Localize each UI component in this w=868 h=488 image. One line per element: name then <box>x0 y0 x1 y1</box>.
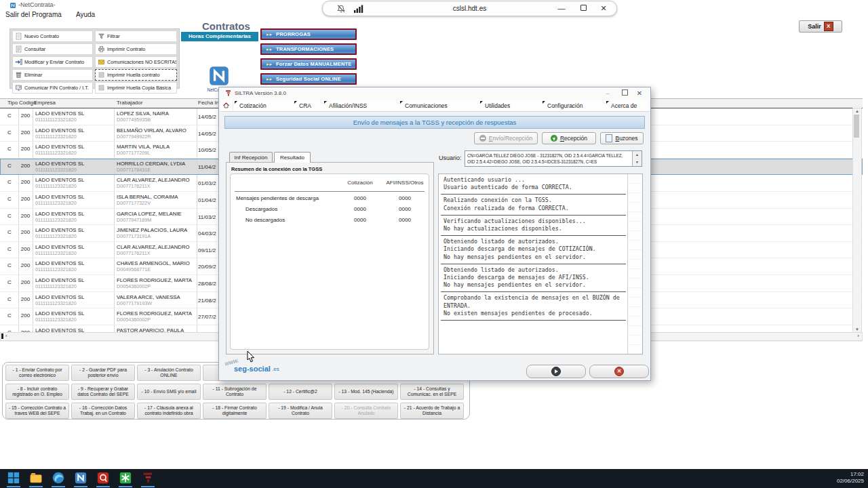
remote-minimize-button[interactable]: — <box>555 3 568 14</box>
summary-row: Mensajes pendientes de descarga 0000 000… <box>231 195 429 205</box>
trabajador-name: CHAVES ARMENGOL, MARIO <box>117 260 190 266</box>
siltra-menu-item[interactable]: Utilidades <box>479 100 541 111</box>
menu-ayuda[interactable]: Ayuda <box>76 11 95 18</box>
action-icon <box>98 45 105 53</box>
empresa-code: 0111111123321820 <box>35 117 84 123</box>
toolbar-button[interactable]: - 1 - Enviar Contrato por correo electró… <box>5 365 69 381</box>
toolbar-button[interactable]: - 13 - Mod. 145 (Hacienda) <box>334 384 398 400</box>
empresa-name: LADO EVENTOS SL <box>35 110 84 117</box>
action-icon <box>98 58 105 66</box>
accept-button[interactable] <box>526 365 586 378</box>
action-button[interactable]: Modificar y Enviar Contrato <box>12 56 93 68</box>
buzones-button[interactable]: Buzones <box>600 132 644 144</box>
salir-button[interactable]: Salir X <box>799 20 842 33</box>
trabajador-id: D0077949922R <box>117 134 186 140</box>
quick-action-button[interactable]: ▸▸ Forzar Datos MANUALMENTE <box>260 58 357 70</box>
cancel-x-icon: ✕ <box>614 367 624 376</box>
toolbar-button[interactable]: - 2 - Guardar PDF para posterior envío <box>71 365 135 381</box>
quick-action-button[interactable]: ▸▸ Seguridad Social ONLINE <box>260 73 357 85</box>
close-dialog-button[interactable]: ✕ <box>589 365 649 378</box>
toolbar-button[interactable]: - 21 - Acuerdo de Trabajo a Distancia <box>400 403 464 419</box>
trabajador-name: HORRILLO CERDAN, LYDIA <box>117 161 185 167</box>
scroll-up-icon: ▲ <box>853 109 861 113</box>
toolbar-button[interactable]: - 8 - Incluir contrato registrado en O. … <box>5 384 69 400</box>
taskbar-clock[interactable]: 17:02 02/06/2025 <box>837 471 864 485</box>
action-icon <box>15 33 22 40</box>
log-scrollbar[interactable] <box>627 174 642 354</box>
remote-connection-bar[interactable]: cslsl.hdt.es — ✕ <box>322 1 617 16</box>
siltra-minimize-button[interactable]: – <box>600 88 615 99</box>
action-button[interactable]: Nuevo Contrato <box>12 30 93 42</box>
siltra-menu-item[interactable]: Comunicaciones <box>399 100 479 111</box>
double-arrow-icon: ▸▸ <box>267 77 273 82</box>
toolbar-button[interactable]: - 15 - Corrección Contrato a traves WEB … <box>5 403 69 419</box>
action-button[interactable]: Comunicaciones NO ESCRITAS <box>95 56 177 68</box>
empresa-name: LADO EVENTOS SL <box>35 161 84 167</box>
scroll-down-icon: ▼ <box>853 327 861 331</box>
trabajador-id: D0077176211X <box>117 250 190 256</box>
trabajador-id: D0077176211X <box>117 183 190 189</box>
toolbar-button[interactable]: - 3 - Anulación Contrato ONLINE <box>137 365 201 381</box>
quick-action-button[interactable]: ▸▸ PRORROGAS <box>260 28 357 40</box>
trabajador-name: JIMENEZ PALACIOS, LAURA <box>117 227 187 233</box>
action-icon <box>98 84 105 92</box>
horas-complementarias-button[interactable]: Horas Complementarias <box>181 32 258 41</box>
quick-actions-group: ▸▸ PRORROGAS ▸▸ TRANSFORMACIONES ▸▸ Forz… <box>260 28 357 88</box>
empresa-code: 0111111123321820 <box>35 183 84 189</box>
siltra-menu-item[interactable]: Afiliación/INSS <box>323 100 399 111</box>
toolbar-button[interactable]: - 9 - Recuperar y Grabar datos Contrato … <box>71 384 135 400</box>
trabajador-name: MARTIN VILA, PAULA <box>117 144 170 150</box>
empresa-name: LADO EVENTOS SL <box>35 294 84 300</box>
toolbar-button[interactable]: - 19 - Modifica / Anula Contrato <box>269 403 332 419</box>
remote-restore-button[interactable] <box>577 3 589 14</box>
empresa-code: 0111111123321820 <box>35 200 84 206</box>
table-vertical-scrollbar[interactable]: ▲ ▼ <box>852 108 862 333</box>
home-icon[interactable] <box>220 100 233 111</box>
netcontrata-app-icon <box>9 2 16 9</box>
empresa-code: 0111111123321820 <box>35 250 84 256</box>
toolbar-button[interactable]: - 16 - Corrección Datos Trabaj. en un Co… <box>71 403 135 419</box>
empresa-name: LADO EVENTOS SL <box>35 194 84 200</box>
empresa-code: 0111111123321820 <box>35 134 84 140</box>
trabajador-name: CLAR ALVAREZ, ALEJANDRO <box>117 177 190 183</box>
siltra-menu-item[interactable]: Cotización <box>233 100 293 111</box>
action-button[interactable]: Comunicar FIN Contrato / I.T. <box>12 82 93 94</box>
siltra-menu-item[interactable]: CRA <box>293 100 323 111</box>
siltra-maximize-button[interactable] <box>617 88 632 99</box>
toolbar-button[interactable]: - 18 - Firmar Contrato digitalmente <box>203 403 267 419</box>
recepcion-button[interactable]: Recepción <box>542 132 596 144</box>
toolbar-button[interactable]: - 20 - Consulta Contrato Anulado <box>334 403 398 419</box>
quick-action-button[interactable]: ▸▸ TRANSFORMACIONES <box>260 43 357 55</box>
remote-close-button[interactable]: ✕ <box>597 3 610 14</box>
toolbar-button[interactable]: - 11 - Subrogación de Contrato <box>203 384 267 400</box>
trabajador-id: D0077173191A <box>117 233 187 239</box>
siltra-menu-item[interactable]: Acerca de <box>605 100 648 111</box>
tab-inf-recepcion[interactable]: Inf Recepción <box>229 152 273 163</box>
double-arrow-icon: ▸▸ <box>267 62 273 67</box>
trabajador-id: D0077947189M <box>117 217 182 223</box>
download-icon <box>551 135 557 142</box>
siltra-titlebar[interactable]: SILTRA Versión 3.8.0 – ✕ <box>219 87 650 100</box>
page-title: Contratos <box>202 20 250 32</box>
siltra-close-button[interactable]: ✕ <box>632 88 647 99</box>
action-button[interactable]: Consultar <box>12 43 93 55</box>
action-button[interactable]: Imprimir Huella Copia Básica <box>95 82 177 94</box>
tab-resultado[interactable]: Resultado <box>274 152 311 163</box>
double-arrow-icon: ▸▸ <box>267 47 273 52</box>
toolbar-button[interactable]: - 14 - Consultas y Comunicac. en el SEPE <box>400 384 464 400</box>
action-button[interactable]: Imprimir Contrato <box>95 43 177 55</box>
toolbar-button[interactable]: - 17 - Cláusula anexa al contrato indefi… <box>137 403 201 419</box>
action-button[interactable]: Imprimir Huella contrato <box>95 69 177 81</box>
siltra-menu-item[interactable]: Configuración <box>541 100 605 111</box>
toolbar-button[interactable]: - 12 - Certific@2 <box>269 384 332 400</box>
usuario-certificate-select[interactable]: CN=GARCIA TELLEZ DIEGO JOSE - 31231827N,… <box>465 150 642 167</box>
trabajador-name: ISLA BERNAL, CORAIMA <box>117 194 178 200</box>
usuario-spinner[interactable]: ▲▼ <box>632 151 642 166</box>
toolbar-button[interactable]: - 10 - Envío SMS y/o email <box>137 384 201 400</box>
action-icon <box>15 71 22 79</box>
action-button[interactable]: Filtrar <box>95 30 177 42</box>
action-button[interactable]: Eliminar <box>12 69 93 81</box>
siltra-menubar: CotizaciónCRAAfiliación/INSSComunicacion… <box>220 100 650 112</box>
menu-salir-del-programa[interactable]: Salir del Programa <box>5 11 62 18</box>
running-indicator <box>141 486 155 487</box>
